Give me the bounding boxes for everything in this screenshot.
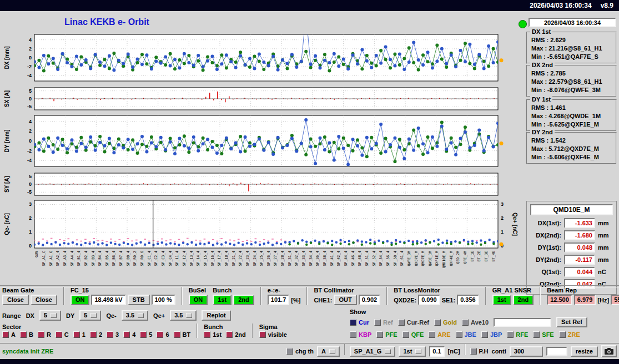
beam-rep-label: Beam Rep: [547, 287, 619, 294]
sp-device-select[interactable]: SP_A1_G: [350, 346, 396, 357]
sector-checkbox[interactable]: 2: [90, 331, 102, 338]
gr-snsr-2nd-button[interactable]: 2nd: [513, 295, 534, 305]
qmd-row: DX(1st): -1.633 mm: [530, 218, 613, 228]
svg-text:0: 0: [29, 96, 32, 102]
bottom-entry-input[interactable]: [546, 347, 567, 356]
checkbox-indicator: [20, 331, 27, 338]
beam-gate-close-button-2[interactable]: Close: [31, 295, 57, 305]
svg-text:QMD7E_M: QMD7E_M: [421, 251, 425, 266]
set-ref-button[interactable]: Set Ref: [556, 317, 587, 327]
qxd2e-value-display: 0.090: [418, 295, 440, 305]
qmd-row-unit: mm: [598, 232, 609, 239]
show-option-checkbox[interactable]: Cur: [350, 319, 369, 326]
show-region-checkbox[interactable]: SFE: [533, 331, 553, 338]
che1-out-button[interactable]: OUT: [334, 295, 356, 305]
sigma-visible-checkbox[interactable]: visible: [259, 331, 287, 338]
resize-button[interactable]: resize: [571, 346, 598, 357]
svg-text:4: 4: [29, 119, 32, 124]
status-led: [519, 20, 527, 28]
range-qem-select[interactable]: 3.5: [122, 310, 148, 321]
svg-text:SP_33_4: SP_33_4: [301, 251, 306, 266]
range-qem-value: 3.5: [126, 312, 134, 319]
sector-checkbox[interactable]: C: [56, 331, 69, 338]
sector-checkbox[interactable]: 1: [73, 331, 85, 338]
show-option-checkbox[interactable]: Gold: [434, 319, 457, 326]
show-region-checkbox[interactable]: QFE: [402, 331, 424, 338]
svg-text:SX [A]: SX [A]: [4, 90, 10, 107]
show-region-checkbox[interactable]: JBE: [456, 331, 476, 338]
fc15-on-button[interactable]: ON: [71, 295, 90, 305]
bunch-checkbox[interactable]: 1st: [204, 331, 222, 338]
show-region-checkbox[interactable]: PFE: [376, 331, 397, 338]
range-dy-select[interactable]: 5: [79, 310, 101, 321]
stats-title: DY 2nd: [530, 129, 555, 135]
range-dy-label: DY: [66, 312, 74, 319]
checkbox-label: 2: [99, 331, 102, 338]
checkbox-label: Ave10: [471, 319, 489, 326]
show-region-checkbox[interactable]: JBP: [481, 331, 502, 338]
ee-ratio-display: 101.7: [268, 295, 290, 305]
range-qep-select[interactable]: 3.5: [170, 310, 197, 321]
show-region-checkbox[interactable]: ARE: [429, 331, 450, 338]
camera-button[interactable]: [601, 345, 617, 357]
stats-min: Min : -5.651@QAF7E_S: [531, 53, 612, 61]
sector-checkbox[interactable]: R: [38, 331, 51, 338]
checkbox-indicator: [107, 331, 113, 338]
replot-button[interactable]: Replot: [202, 310, 230, 321]
checkbox-indicator: [90, 331, 97, 338]
bunch-1st-button[interactable]: 1st: [213, 295, 232, 305]
beam-gate-label: Beam Gate: [2, 287, 57, 294]
bunch-1st-select[interactable]: 1st: [399, 346, 426, 357]
beam-gate-close-button-1[interactable]: Close: [2, 295, 29, 305]
svg-text:SY [A]: SY [A]: [4, 176, 10, 193]
svg-text:SP_R0_2: SP_R0_2: [133, 251, 137, 266]
sector-checkbox[interactable]: 4: [123, 331, 135, 338]
show-region-checkbox[interactable]: KBP: [350, 331, 371, 338]
show-block: Show Cur Ref Cur-Ref: [350, 309, 617, 338]
range-qep-value: 3.5: [174, 312, 183, 319]
svg-text:SP_16_4: SP_16_4: [210, 251, 215, 266]
svg-text:SP_C4_4: SP_C4_4: [168, 251, 173, 266]
status-time-display: 2026/04/03 16:00:34: [529, 18, 616, 27]
ph-checkbox[interactable]: P.H: [470, 348, 489, 355]
svg-text:SP_21_4: SP_21_4: [232, 251, 236, 266]
sector-checkbox[interactable]: A: [2, 331, 16, 338]
fc15-group: FC_15 ON 18.498 kV STB 100 %: [71, 287, 175, 305]
stats-dy-2nd: DY 2nd RMS : 1.542 Max : 5.712@QXD7E_M M…: [526, 132, 617, 164]
beam-gate-group: Beam Gate Close Close: [2, 287, 57, 305]
bunch-2nd-button[interactable]: 2nd: [233, 295, 254, 305]
sector-checkbox[interactable]: 5: [140, 331, 152, 338]
range-dx-label: DX: [26, 312, 34, 319]
vertical-separator: [306, 287, 308, 305]
set-ref-input[interactable]: [494, 318, 551, 327]
gr-snsr-1st-button[interactable]: 1st: [492, 295, 511, 305]
svg-text:5: 5: [29, 88, 32, 94]
show-region-checkbox[interactable]: RFE: [507, 331, 528, 338]
busel-on-button[interactable]: ON: [189, 295, 208, 305]
bunch-checkbox[interactable]: 2nd: [226, 331, 246, 338]
svg-text:SP_B2_4: SP_B2_4: [84, 251, 88, 266]
range-dx-value: 5: [44, 312, 47, 319]
range-dx-select[interactable]: 5: [39, 310, 61, 321]
sector-checkbox[interactable]: B: [20, 331, 33, 338]
svg-text:SP_24_4: SP_24_4: [253, 251, 257, 266]
sector-a-select[interactable]: A: [317, 346, 340, 357]
che1-label: CHE1:: [314, 297, 332, 304]
sector-checkbox[interactable]: 3: [107, 331, 119, 338]
chg-th-checkbox[interactable]: chg th: [286, 348, 314, 355]
busel-group: BuSel ON: [189, 287, 208, 305]
checkbox-indicator: [157, 331, 163, 338]
svg-text:1: 1: [29, 229, 32, 235]
show-region-checkbox[interactable]: ZRE: [559, 331, 580, 338]
sector-checkbox[interactable]: 6: [157, 331, 169, 338]
interval-box[interactable]: 300: [510, 346, 543, 357]
show-option-checkbox[interactable]: Ref: [374, 319, 393, 326]
qmd-row: DY(1st): 0.048 mm: [530, 242, 613, 252]
fc15-stb-button[interactable]: STB: [128, 295, 150, 305]
sector-checkbox[interactable]: BT: [174, 331, 191, 338]
stats-rms: RMS : 1.542: [531, 136, 612, 145]
qmd-row-unit: mm: [598, 220, 609, 226]
stats-min: Min : -5.625@QXF1E_M: [531, 120, 612, 129]
show-option-checkbox[interactable]: Cur-Ref: [398, 319, 429, 326]
show-option-checkbox[interactable]: Ave10: [462, 319, 489, 326]
